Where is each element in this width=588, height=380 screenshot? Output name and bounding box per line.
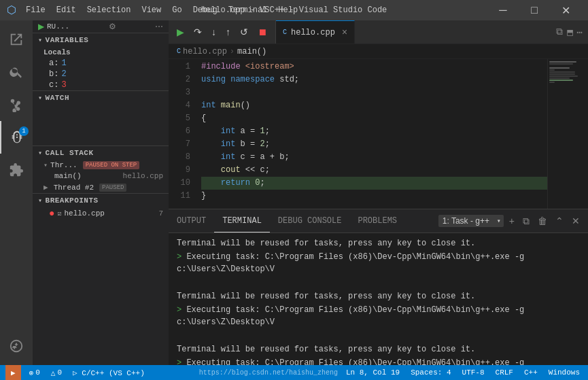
run-config-label: RU... bbox=[47, 22, 69, 31]
status-errors[interactable]: ⊗ 0 bbox=[27, 368, 43, 377]
breakpoint-item-1[interactable]: ● ☑ hello.cpp 7 bbox=[33, 207, 169, 220]
variables-title: VARIABLES bbox=[46, 36, 89, 44]
status-eol[interactable]: CRLF bbox=[493, 368, 516, 377]
callstack-thread-2[interactable]: ▶ Thread #2 PAUSED bbox=[33, 182, 169, 193]
debug-run-indicator[interactable]: ▶ bbox=[5, 365, 21, 380]
callstack-header[interactable]: ▾ CALL STACK bbox=[33, 146, 169, 160]
close-panel-btn[interactable]: ✕ bbox=[569, 214, 583, 228]
delete-terminal-btn[interactable]: 🗑 bbox=[535, 214, 550, 228]
split-terminal-btn[interactable]: ⧉ bbox=[520, 214, 532, 228]
activity-search[interactable] bbox=[0, 56, 33, 88]
menu-file[interactable]: File bbox=[22, 4, 50, 16]
menu-go[interactable]: Go bbox=[168, 4, 186, 16]
win-minimize[interactable]: ─ bbox=[487, 0, 519, 20]
debug-more-btn[interactable]: ⋯ bbox=[155, 22, 163, 31]
app-icon: ⬡ bbox=[7, 3, 16, 17]
status-encoding[interactable]: UTF-8 bbox=[460, 368, 487, 377]
callstack-title: CALL STACK bbox=[46, 149, 94, 157]
debug-step-into-btn[interactable]: ↓ bbox=[209, 25, 219, 39]
warning-icon: △ bbox=[51, 368, 56, 377]
error-count: 0 bbox=[35, 368, 40, 377]
terminal-line-1: Terminal will be reused for tasks, press… bbox=[177, 237, 580, 249]
status-warnings[interactable]: △ 0 bbox=[48, 368, 65, 377]
activity-source-control[interactable] bbox=[0, 88, 33, 121]
split-editor-icon[interactable]: ⧉ bbox=[556, 27, 563, 37]
panel-tab-terminal[interactable]: TERMINAL bbox=[214, 209, 270, 232]
menu-edit[interactable]: Edit bbox=[52, 4, 80, 16]
debug-stop-btn[interactable]: ⏹ bbox=[255, 25, 270, 39]
code-line-6: int a = 1; bbox=[201, 125, 547, 138]
activity-explorer[interactable] bbox=[0, 23, 33, 56]
bp-dot-icon: ● bbox=[49, 209, 54, 218]
menu-view[interactable]: View bbox=[137, 4, 165, 16]
activity-extensions[interactable] bbox=[0, 154, 33, 186]
breakpoints-header[interactable]: ▾ BREAKPOINTS bbox=[33, 194, 169, 207]
maximize-panel-btn[interactable]: ⌃ bbox=[553, 214, 566, 228]
thread-chevron: ▾ bbox=[44, 161, 48, 169]
sidebar: ▶ RU... ⚙ ⋯ ▾ VARIABLES Locals a: 1 b: 2… bbox=[33, 20, 169, 365]
more-actions-icon[interactable]: ⋯ bbox=[577, 27, 583, 38]
watch-header[interactable]: ▾ WATCH bbox=[33, 91, 169, 105]
menu-selection[interactable]: Selection bbox=[83, 4, 135, 16]
status-language[interactable]: C++ bbox=[521, 368, 540, 377]
callstack-frame-main[interactable]: main() hello.cpp bbox=[33, 171, 169, 182]
activity-debug[interactable]: 1 bbox=[0, 121, 33, 154]
thread-badge: PAUSED ON STEP bbox=[83, 161, 140, 169]
tab-close-icon[interactable]: × bbox=[342, 27, 347, 38]
debug-step-out-btn[interactable]: ↑ bbox=[223, 25, 233, 39]
status-lang-mode[interactable]: ▷ C/C++ (VS C++) bbox=[70, 368, 148, 377]
watch-chevron: ▾ bbox=[38, 94, 43, 102]
title-bar-title: hello.cpp - VSC++ - Visual Studio Code bbox=[201, 5, 387, 15]
breadcrumb-symbol[interactable]: main() bbox=[237, 47, 266, 56]
status-platform[interactable]: Windows bbox=[546, 368, 583, 377]
terminal-selector[interactable]: 1: Task - g++ bbox=[438, 215, 504, 227]
terminal-cmd-2: Executing task: C:\Program Files (x86)\D… bbox=[177, 305, 524, 327]
code-area[interactable]: #include <iostream> using namespace std;… bbox=[196, 59, 547, 209]
debug-settings-btn[interactable]: ⚙ bbox=[109, 22, 116, 31]
breadcrumb-file[interactable]: C hello.cpp bbox=[177, 47, 227, 56]
status-right: https://blog.csdn.net/haishu_zheng Ln 8,… bbox=[199, 368, 583, 377]
terminal-line-4: Terminal will be reused for tasks, press… bbox=[177, 290, 580, 303]
editor-tab-hello[interactable]: C hello.cpp × bbox=[276, 20, 355, 44]
terminal-content[interactable]: Terminal will be reused for tasks, press… bbox=[169, 233, 588, 365]
var-item-c[interactable]: c: 3 bbox=[33, 80, 169, 90]
panel-tab-debug-console[interactable]: DEBUG CONSOLE bbox=[270, 209, 350, 232]
variables-chevron: ▾ bbox=[38, 36, 43, 44]
var-value-b: 2 bbox=[61, 69, 66, 79]
code-line-9: cout << c; bbox=[201, 164, 547, 177]
activity-settings[interactable] bbox=[0, 330, 33, 362]
debug-toolbar: ▶ ↷ ↓ ↑ ↺ ⏹ bbox=[169, 20, 276, 44]
panel-tab-output[interactable]: OUTPUT bbox=[169, 209, 214, 232]
win-maximize[interactable]: □ bbox=[519, 0, 550, 20]
activity-bar: 1 bbox=[0, 20, 33, 365]
debug-continue-btn[interactable]: ▶ bbox=[174, 25, 187, 39]
bottom-panel: OUTPUT TERMINAL DEBUG CONSOLE PROBLEMS 1… bbox=[169, 209, 588, 365]
terminal-line-2: > Executing task: C:\Program Files (x86)… bbox=[177, 251, 580, 275]
thread2-chevron: ▶ bbox=[44, 183, 48, 192]
var-item-a[interactable]: a: 1 bbox=[33, 58, 169, 69]
win-close[interactable]: ✕ bbox=[550, 0, 581, 20]
status-spaces[interactable]: Spaces: 4 bbox=[408, 368, 453, 377]
debug-badge: 1 bbox=[19, 126, 29, 136]
terminal-prompt-1: > bbox=[177, 252, 186, 262]
add-terminal-btn[interactable]: + bbox=[506, 214, 517, 228]
terminal-text-1: Terminal will be reused for tasks, press… bbox=[177, 239, 475, 248]
win-controls: ─ □ ✕ bbox=[487, 0, 581, 20]
code-line-3 bbox=[201, 86, 547, 99]
var-label-a: a: bbox=[49, 58, 58, 68]
panel-tab-problems[interactable]: PROBLEMS bbox=[349, 209, 405, 232]
panel-actions: 1: Task - g++ ▾ + ⧉ 🗑 ⌃ ✕ bbox=[438, 214, 588, 228]
toggle-panel-icon[interactable]: ⬒ bbox=[567, 27, 572, 38]
debug-step-over-btn[interactable]: ↷ bbox=[191, 25, 205, 39]
editor-layout-controls: ⧉ ⬒ ⋯ bbox=[551, 20, 588, 44]
variables-header[interactable]: ▾ VARIABLES bbox=[33, 33, 169, 47]
breakpoints-title: BREAKPOINTS bbox=[46, 196, 99, 205]
title-bar: ⬡ File Edit Selection View Go Debug Term… bbox=[0, 0, 588, 20]
callstack-thread-1[interactable]: ▾ Thr... PAUSED ON STEP bbox=[33, 160, 169, 171]
run-config-dropdown[interactable]: ▶ bbox=[38, 22, 44, 31]
status-position[interactable]: Ln 8, Col 19 bbox=[343, 368, 402, 377]
debug-restart-btn[interactable]: ↺ bbox=[237, 25, 251, 39]
var-item-b[interactable]: b: 2 bbox=[33, 69, 169, 80]
code-line-5: { bbox=[201, 112, 547, 125]
bp-filename: hello.cpp bbox=[64, 209, 104, 218]
